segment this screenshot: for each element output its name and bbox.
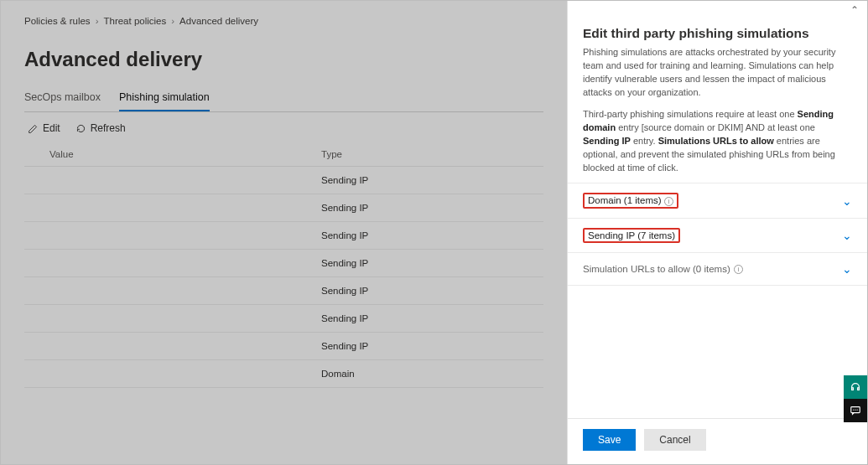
svg-point-1: [853, 410, 854, 411]
tab-secops[interactable]: SecOps mailbox: [24, 86, 101, 111]
breadcrumb: Policies & rules › Threat policies › Adv…: [24, 16, 543, 26]
breadcrumb-threat[interactable]: Threat policies: [103, 16, 166, 26]
edit-label: Edit: [43, 122, 60, 134]
table-row[interactable]: Sending IP: [24, 222, 543, 250]
svg-point-2: [855, 410, 855, 411]
accordion-domain[interactable]: Domain (1 items) i ⌄: [568, 183, 867, 219]
cancel-button[interactable]: Cancel: [644, 429, 705, 451]
chevron-right-icon: ›: [171, 16, 174, 26]
cell-type: Sending IP: [321, 175, 543, 185]
info-icon[interactable]: i: [734, 265, 743, 274]
accordion-sending-ip[interactable]: Sending IP (7 items) ⌄: [568, 219, 867, 253]
chevron-down-icon: ⌄: [842, 229, 852, 242]
cell-type: Sending IP: [321, 286, 543, 296]
table-row[interactable]: Sending IP: [24, 277, 543, 305]
tab-phishing-simulation[interactable]: Phishing simulation: [119, 86, 210, 111]
save-button[interactable]: Save: [583, 429, 636, 451]
edit-button[interactable]: Edit: [28, 122, 60, 134]
table-row[interactable]: Sending IP: [24, 305, 543, 333]
accordion-simulation-urls[interactable]: Simulation URLs to allow (0 items) i ⌄: [568, 253, 867, 286]
page-title: Advanced delivery: [24, 48, 543, 71]
breadcrumb-advanced[interactable]: Advanced delivery: [179, 16, 258, 26]
svg-point-3: [857, 410, 858, 411]
chevron-down-icon: ⌄: [842, 262, 852, 276]
column-header-value[interactable]: Value: [24, 149, 321, 159]
table-row[interactable]: Sending IP: [24, 250, 543, 277]
chevron-right-icon: ›: [96, 16, 99, 26]
panel-description-1: Phishing simulations are attacks orchest…: [583, 46, 852, 100]
headset-icon[interactable]: [844, 375, 867, 399]
cell-type: Sending IP: [321, 203, 543, 213]
info-icon[interactable]: i: [664, 197, 673, 206]
cell-type: Sending IP: [321, 341, 543, 351]
refresh-label: Refresh: [91, 122, 126, 134]
panel-description-2: Third-party phishing simulations require…: [583, 108, 852, 175]
cell-type: Sending IP: [321, 258, 543, 268]
highlight-domain: Domain (1 items) i: [583, 193, 678, 209]
pencil-icon: [28, 123, 39, 134]
column-header-type[interactable]: Type: [321, 149, 543, 159]
table-row[interactable]: Domain: [24, 360, 543, 388]
highlight-sending-ip: Sending IP (7 items): [583, 228, 680, 243]
feedback-icon[interactable]: [844, 399, 867, 422]
refresh-button[interactable]: Refresh: [75, 122, 126, 134]
tab-bar: SecOps mailbox Phishing simulation: [24, 86, 543, 112]
cell-type: Sending IP: [321, 313, 543, 323]
cell-type: Domain: [321, 369, 543, 379]
table-row[interactable]: Sending IP: [24, 167, 543, 194]
breadcrumb-policies[interactable]: Policies & rules: [24, 16, 91, 26]
chevron-down-icon: ⌄: [842, 194, 852, 208]
edit-panel: ⌃ Edit third party phishing simulations …: [567, 1, 867, 464]
table-row[interactable]: Sending IP: [24, 333, 543, 360]
panel-title: Edit third party phishing simulations: [583, 26, 852, 41]
close-icon[interactable]: ⌃: [850, 4, 859, 16]
refresh-icon: [75, 123, 86, 134]
data-table: Value Type Sending IP Sending IP Sending…: [24, 144, 543, 388]
cell-type: Sending IP: [321, 230, 543, 240]
table-row[interactable]: Sending IP: [24, 194, 543, 222]
